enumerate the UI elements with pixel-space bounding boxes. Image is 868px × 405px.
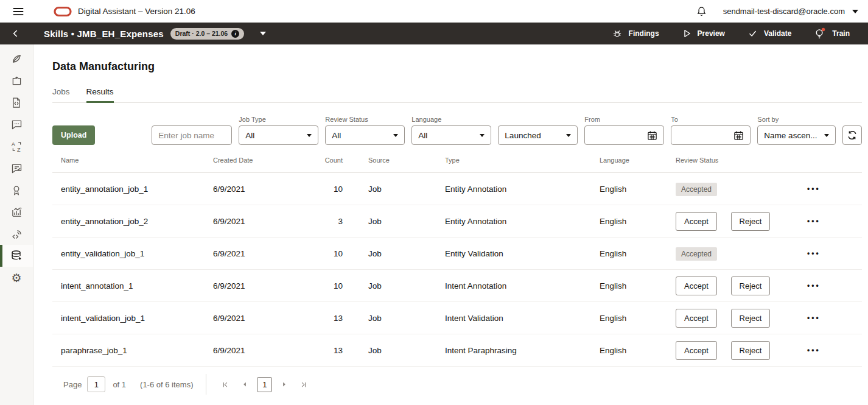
to-date-field: To <box>671 116 751 145</box>
table-row: intent_validation_job_1 6/9/2021 13 Job … <box>52 302 862 334</box>
main-content: Data Manufacturing Jobs Results Upload J… <box>33 44 868 405</box>
info-icon[interactable]: i <box>231 30 239 38</box>
sidebar-item-file-code[interactable] <box>0 91 33 113</box>
sidebar-item-award[interactable] <box>0 179 33 201</box>
refresh-button[interactable] <box>842 125 862 145</box>
brand: Digital Assistant – Version 21.06 <box>54 6 195 17</box>
preview-button[interactable]: Preview <box>681 28 725 39</box>
user-menu-caret-icon[interactable] <box>852 10 858 13</box>
sidebar-item-data-manufacturing[interactable] <box>0 245 33 267</box>
cell-language: English <box>600 217 676 226</box>
launch-status-select[interactable]: Launched <box>498 125 578 145</box>
sidebar-item-code-signal[interactable] <box>0 223 33 245</box>
sidebar-item-chart[interactable] <box>0 201 33 223</box>
skill-package-icon <box>10 74 23 87</box>
accept-button[interactable]: Accept <box>676 341 717 360</box>
row-menu-button[interactable]: ••• <box>805 279 823 292</box>
table-row: entity_annotation_job_2 6/9/2021 3 Job E… <box>52 205 862 238</box>
feather-icon <box>10 52 23 65</box>
cell-review-status: Accept Reject <box>676 276 797 295</box>
notifications-bell-icon[interactable] <box>696 5 707 18</box>
review-actions: Accept Reject <box>676 217 770 226</box>
accept-button[interactable]: Accept <box>676 276 717 295</box>
reject-button[interactable]: Reject <box>731 276 771 295</box>
top-bar: Digital Assistant – Version 21.06 sendma… <box>0 0 868 23</box>
filter-bar: Upload Job Type All Review Status All <box>52 116 862 145</box>
skill-switcher-caret-icon[interactable] <box>260 32 266 35</box>
left-sidebar: A Z <box>0 44 33 405</box>
language-select[interactable]: All <box>411 125 491 145</box>
language-label: Language <box>411 116 491 123</box>
review-status-select[interactable]: All <box>325 125 405 145</box>
database-icon <box>10 249 23 262</box>
tab-results[interactable]: Results <box>86 87 114 102</box>
page-number-input[interactable] <box>87 376 105 392</box>
next-page-button[interactable] <box>277 377 292 392</box>
row-menu-button[interactable]: ••• <box>805 247 823 260</box>
job-name-input[interactable] <box>152 125 232 145</box>
previous-page-button[interactable] <box>237 377 252 392</box>
reject-button[interactable]: Reject <box>731 341 771 360</box>
tab-bar: Jobs Results <box>52 87 862 103</box>
bug-icon <box>611 28 623 39</box>
accept-button[interactable]: Accept <box>676 212 717 231</box>
table-row: paraphrase_job_1 6/9/2021 13 Job Intent … <box>52 334 862 367</box>
status-badge: Accepted <box>676 247 717 261</box>
review-actions: Accept Reject <box>676 281 770 291</box>
user-email[interactable]: sendmail-test-discard@oracle.com <box>723 7 845 16</box>
oracle-logo-icon <box>54 6 72 17</box>
reject-button[interactable]: Reject <box>731 309 771 328</box>
calendar-icon <box>647 130 657 141</box>
job-type-label: Job Type <box>239 116 318 123</box>
accept-button[interactable]: Accept <box>676 309 717 328</box>
column-header-name: Name <box>61 157 213 164</box>
first-page-button[interactable] <box>218 377 233 392</box>
from-date-input[interactable] <box>584 125 664 145</box>
train-button[interactable]: Train <box>813 27 850 40</box>
to-label: To <box>671 116 751 123</box>
findings-button[interactable]: Findings <box>611 28 659 39</box>
review-actions: Accept Reject <box>676 314 770 323</box>
row-menu-button[interactable]: ••• <box>805 182 823 195</box>
hamburger-menu-icon[interactable] <box>12 5 25 18</box>
cell-name: entity_annotation_job_1 <box>61 185 213 194</box>
reject-button[interactable]: Reject <box>731 212 771 231</box>
cell-count: 13 <box>307 346 343 355</box>
cell-language: English <box>600 314 676 323</box>
cell-count: 10 <box>307 249 343 258</box>
review-status-label: Review Status <box>325 116 405 123</box>
sidebar-item-chat-dots[interactable] <box>0 113 33 135</box>
page-label: Page <box>63 380 82 389</box>
cell-type: Intent Paraphrasing <box>445 346 600 355</box>
row-menu-button[interactable]: ••• <box>805 214 823 228</box>
job-type-select[interactable]: All <box>239 125 318 145</box>
previous-page-icon <box>241 381 248 388</box>
cell-count: 10 <box>307 185 343 194</box>
tab-jobs[interactable]: Jobs <box>52 87 70 102</box>
back-button[interactable] <box>11 29 21 38</box>
sidebar-item-translate[interactable]: A Z <box>0 135 33 157</box>
cell-source: Job <box>343 249 445 258</box>
cell-review-status: Accept Reject <box>676 341 797 360</box>
review-status-field: Review Status All <box>325 116 405 145</box>
sort-by-select[interactable]: Name ascen... <box>757 125 836 145</box>
app-title: Digital Assistant – Version 21.06 <box>78 7 195 16</box>
current-page-button[interactable]: 1 <box>257 377 272 392</box>
column-header-source: Source <box>343 157 445 164</box>
sidebar-item-chat-check[interactable] <box>0 157 33 179</box>
row-menu-button[interactable]: ••• <box>805 343 823 357</box>
upload-button[interactable]: Upload <box>52 125 95 145</box>
cell-source: Job <box>343 217 445 226</box>
sidebar-item-settings[interactable]: ⚙ <box>0 267 33 289</box>
column-header-count: Count <box>307 157 343 164</box>
to-date-input[interactable] <box>671 125 751 145</box>
last-page-button[interactable] <box>296 377 311 392</box>
lightbulb-icon <box>813 27 827 40</box>
cell-created-date: 6/9/2021 <box>213 346 307 355</box>
cell-source: Job <box>343 346 445 355</box>
validate-button[interactable]: Validate <box>747 29 791 38</box>
chart-icon <box>10 206 23 219</box>
sidebar-item-skill-package[interactable] <box>0 69 33 91</box>
sidebar-item-feather[interactable] <box>0 48 33 69</box>
row-menu-button[interactable]: ••• <box>805 311 823 325</box>
